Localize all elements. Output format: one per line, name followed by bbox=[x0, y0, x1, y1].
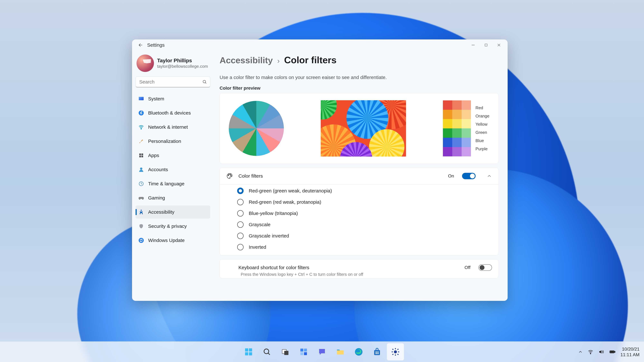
search bbox=[136, 76, 210, 87]
swatch bbox=[452, 138, 462, 147]
microsoft-store[interactable] bbox=[368, 343, 386, 361]
row-title: Color filters bbox=[238, 173, 442, 179]
sidebar-item-bluetooth[interactable]: Bluetooth & devices bbox=[136, 106, 210, 119]
shortcut-toggle[interactable] bbox=[478, 264, 492, 271]
svg-point-10 bbox=[140, 167, 142, 170]
back-button[interactable] bbox=[136, 41, 144, 48]
sidebar-item-label: Gaming bbox=[148, 195, 165, 201]
svg-rect-9 bbox=[141, 156, 143, 157]
display-icon bbox=[138, 96, 144, 102]
titlebar: Settings bbox=[132, 39, 508, 51]
shortcut-card: Keyboard shortcut for color filters Off … bbox=[220, 259, 498, 278]
shortcut-row[interactable]: Keyboard shortcut for color filters Off bbox=[220, 259, 498, 272]
swatch-label: Yellow bbox=[476, 122, 490, 127]
swatch-label: Red bbox=[476, 105, 490, 110]
color-filters-row[interactable]: Color filters On bbox=[220, 168, 498, 184]
svg-rect-32 bbox=[378, 351, 378, 353]
edge[interactable] bbox=[350, 343, 368, 361]
color-filter-option[interactable]: Grayscale bbox=[237, 221, 492, 228]
chevron-up-icon[interactable] bbox=[486, 173, 492, 179]
profile-email: taylor@bellowscollege.com bbox=[157, 64, 208, 69]
chat[interactable] bbox=[313, 343, 331, 361]
color-filter-option[interactable]: Inverted bbox=[237, 244, 492, 250]
color-filter-option[interactable]: Grayscale inverted bbox=[237, 233, 492, 239]
toggle-state-label: On bbox=[448, 173, 454, 179]
window-title: Settings bbox=[147, 42, 164, 48]
taskbar-search[interactable] bbox=[258, 343, 276, 361]
preview-heading: Color filter preview bbox=[220, 86, 498, 91]
swatch bbox=[443, 119, 452, 128]
taskbar-center bbox=[240, 343, 404, 361]
clock-globe-icon bbox=[138, 181, 144, 187]
profile[interactable]: Taylor Phillips taylor@bellowscollege.co… bbox=[136, 53, 210, 75]
file-explorer[interactable] bbox=[332, 343, 349, 361]
avatar bbox=[136, 54, 154, 72]
sidebar-item-apps[interactable]: Apps bbox=[136, 149, 210, 162]
sidebar-item-security[interactable]: Security & privacy bbox=[136, 220, 210, 233]
sidebar-item-label: Apps bbox=[148, 153, 159, 158]
wifi-icon bbox=[138, 124, 144, 130]
sidebar-item-accounts[interactable]: Accounts bbox=[136, 163, 210, 176]
radio-icon bbox=[237, 199, 244, 205]
swatch-table: RedOrangeYellowGreenBluePurple bbox=[443, 100, 490, 156]
breadcrumb-parent[interactable]: Accessibility bbox=[220, 55, 273, 65]
svg-point-13 bbox=[138, 238, 144, 243]
sidebar-item-update[interactable]: Windows Update bbox=[136, 234, 210, 247]
tray-clock[interactable]: 10/20/21 11:11 AM bbox=[620, 346, 640, 358]
svg-point-12 bbox=[140, 210, 142, 211]
shortcut-subtitle: Press the Windows logo key + Ctrl + C to… bbox=[220, 272, 498, 278]
color-filter-option[interactable]: Red-green (red weak, protanopia) bbox=[237, 199, 492, 205]
svg-point-17 bbox=[231, 175, 231, 176]
swatch bbox=[462, 147, 471, 156]
svg-point-22 bbox=[264, 349, 269, 354]
sidebar-item-gaming[interactable]: Gaming bbox=[136, 191, 210, 205]
shield-icon bbox=[138, 223, 144, 229]
color-filter-option[interactable]: Blue-yellow (tritanopia) bbox=[237, 210, 492, 217]
color-filters-toggle[interactable] bbox=[462, 173, 476, 179]
sidebar-item-label: Security & privacy bbox=[148, 224, 187, 229]
svg-rect-20 bbox=[245, 352, 248, 355]
color-filter-option[interactable]: Red-green (green weak, deuteranopia) bbox=[237, 188, 492, 194]
battery-tray-icon[interactable] bbox=[609, 349, 616, 355]
swatch-label: Orange bbox=[476, 114, 490, 119]
sidebar-item-label: Accounts bbox=[148, 167, 168, 172]
radio-label: Red-green (red weak, protanopia) bbox=[249, 199, 321, 205]
sidebar-item-label: Personalization bbox=[148, 138, 181, 144]
swatch bbox=[443, 147, 452, 156]
tray-date: 10/20/21 bbox=[620, 346, 640, 352]
radio-label: Grayscale inverted bbox=[249, 233, 289, 239]
sidebar: Taylor Phillips taylor@bellowscollege.co… bbox=[132, 51, 214, 301]
sidebar-item-personalization[interactable]: Personalization bbox=[136, 135, 210, 148]
sidebar-item-label: Time & language bbox=[148, 181, 184, 186]
color-filter-preview-card: RedOrangeYellowGreenBluePurple bbox=[220, 93, 498, 164]
svg-rect-28 bbox=[304, 352, 307, 355]
svg-rect-31 bbox=[376, 351, 377, 353]
sidebar-item-accessibility[interactable]: Accessibility bbox=[136, 205, 210, 219]
svg-rect-7 bbox=[141, 153, 143, 155]
svg-rect-26 bbox=[304, 349, 307, 351]
swatch bbox=[452, 147, 462, 156]
close-button[interactable] bbox=[492, 40, 506, 49]
radio-icon bbox=[237, 244, 244, 250]
swatch bbox=[452, 110, 462, 119]
swatch bbox=[452, 128, 462, 138]
sidebar-item-system[interactable]: System bbox=[136, 92, 210, 105]
minimize-button[interactable] bbox=[467, 40, 480, 49]
widgets[interactable] bbox=[295, 343, 312, 361]
svg-point-15 bbox=[228, 174, 229, 175]
sidebar-item-label: Bluetooth & devices bbox=[148, 110, 191, 116]
search-input[interactable] bbox=[136, 76, 210, 87]
tray-overflow-icon[interactable] bbox=[578, 350, 583, 354]
task-view[interactable] bbox=[276, 343, 294, 361]
start-button[interactable] bbox=[240, 343, 257, 361]
svg-rect-24 bbox=[284, 351, 288, 355]
radio-icon bbox=[237, 210, 244, 217]
sidebar-item-network[interactable]: Network & internet bbox=[136, 120, 210, 134]
maximize-button[interactable] bbox=[480, 40, 492, 49]
volume-tray-icon[interactable] bbox=[598, 349, 604, 355]
accessibility-icon bbox=[138, 209, 144, 215]
sidebar-item-time[interactable]: Time & language bbox=[136, 177, 210, 190]
wifi-tray-icon[interactable] bbox=[588, 349, 594, 355]
svg-rect-0 bbox=[485, 44, 487, 46]
settings-app[interactable] bbox=[387, 343, 404, 361]
